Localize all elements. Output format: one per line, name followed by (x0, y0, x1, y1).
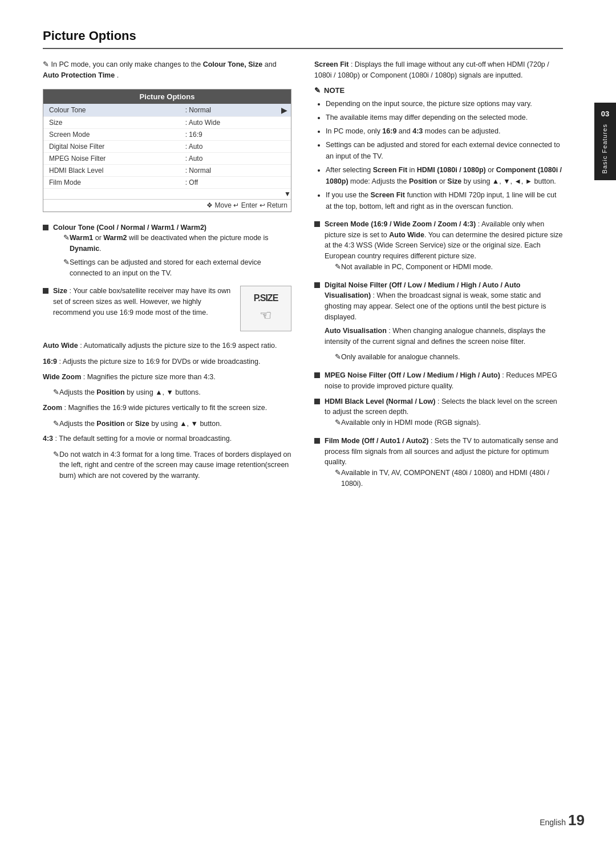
nav-text: ❖ Move ↵ Enter ↩ Return (43, 199, 291, 211)
side-tab-text: Basic Features (601, 124, 609, 173)
table-row: Digital Noise Filter: Auto (43, 140, 291, 152)
two-column-layout: ✎ In PC mode, you can only make changes … (43, 59, 563, 823)
note-list-item: The available items may differ depending… (326, 112, 563, 123)
dnf-sub-text: Only available for analogue channels. (341, 352, 460, 363)
bullet-square-dnf (314, 282, 320, 288)
note-list-item: In PC mode, only 16:9 and 4:3 modes can … (326, 125, 563, 137)
zoom-sub-text: Adjusts the Position or Size by using ▲,… (59, 419, 222, 429)
pencil-icon-5: ✎ (53, 449, 59, 460)
pencil-icon-3: ✎ (53, 387, 59, 398)
dnf-content: Digital Noise Filter (Off / Low / Medium… (325, 280, 563, 366)
169-text: 16:9 : Adjusts the picture size to 16:9 … (43, 356, 291, 367)
table-row: Colour Tone: Normal▶ (43, 104, 291, 117)
option-label: Digital Noise Filter (43, 140, 180, 152)
auto-wide-text: Auto Wide : Automatically adjusts the pi… (43, 340, 291, 351)
wide-zoom-sub-text: Adjusts the Position by using ▲, ▼ butto… (59, 387, 201, 398)
wide-zoom-sub: ✎ Adjusts the Position by using ▲, ▼ but… (53, 387, 291, 398)
43-text: 4:3 : The default setting for a movie or… (43, 433, 291, 444)
film-mode-title: Film Mode (Off / Auto1 / Auto2) (325, 437, 428, 445)
main-content: Picture Options ✎ In PC mode, you can on… (0, 0, 594, 852)
43-sub: ✎ Do not watch in 4:3 format for a long … (53, 449, 291, 481)
colour-tone-sub1-text: Warm1 or Warm2 will be deactivated when … (70, 233, 291, 254)
dnf-extra-label: Auto Visualisation (325, 327, 387, 335)
wide-zoom-label: Wide Zoom (43, 373, 81, 381)
option-value: : Auto (180, 140, 264, 152)
down-arrow-icon: ▼ (43, 188, 291, 199)
note-list-item: After selecting Screen Fit in HDMI (1080… (326, 164, 563, 187)
option-label: Screen Mode (43, 128, 180, 140)
film-mode-bullet: Film Mode (Off / Auto1 / Auto2) : Sets t… (314, 436, 563, 492)
film-mode-sub: ✎ Available in TV, AV, COMPONENT (480i /… (335, 468, 563, 489)
option-value: : Auto Wide (180, 116, 264, 128)
option-value: : Normal (180, 104, 264, 117)
intro-paragraph: ✎ In PC mode, you can only make changes … (43, 59, 291, 81)
screen-mode-content: Screen Mode (16:9 / Wide Zoom / Zoom / 4… (325, 219, 563, 275)
table-row: Film Mode: Off (43, 176, 291, 188)
size-bullet: P.SIZE ☜ Size : Your cable box/satellite… (43, 286, 291, 336)
note-list-item: Settings can be adjusted and stored for … (326, 139, 563, 162)
intro-text3: . (117, 71, 119, 79)
table-down-arrow-row: ▼ (43, 188, 291, 199)
option-label: Colour Tone (43, 104, 180, 117)
option-label: HDMI Black Level (43, 164, 180, 176)
side-tab: 03 Basic Features (594, 103, 616, 180)
colour-tone-title: Colour Tone (Cool / Normal / Warm1 / War… (53, 224, 206, 232)
option-label: Size (43, 116, 180, 128)
mpeg-content: MPEG Noise Filter (Off / Low / Medium / … (325, 370, 563, 392)
pencil-icon-2: ✎ (63, 257, 70, 268)
169-desc: : Adjusts the picture size to 16:9 for D… (59, 358, 261, 366)
right-column: Screen Fit : Displays the full image wit… (314, 59, 563, 823)
pencil-intro-icon: ✎ (43, 60, 51, 68)
pencil-icon-6: ✎ (335, 262, 341, 273)
colour-tone-sub2: ✎ Settings can be adjusted and stored fo… (63, 257, 291, 279)
hdmi-black-content: HDMI Black Level (Normal / Low) : Select… (325, 396, 563, 431)
intro-text2: and (265, 60, 277, 68)
auto-wide-label: Auto Wide (43, 342, 78, 350)
screen-mode-bullet: Screen Mode (16:9 / Wide Zoom / Zoom / 4… (314, 219, 563, 275)
colour-tone-content: Colour Tone (Cool / Normal / Warm1 / War… (53, 222, 291, 282)
options-table: Colour Tone: Normal▶Size: Auto WideScree… (43, 104, 291, 212)
hdmi-black-title: HDMI Black Level (Normal / Low) (325, 397, 435, 405)
169-label: 16:9 (43, 358, 57, 366)
table-row: MPEG Noise Filter: Auto (43, 152, 291, 164)
option-value: : 16:9 (180, 128, 264, 140)
page-footer: English 19 (540, 812, 585, 829)
table-nav-row: ❖ Move ↵ Enter ↩ Return (43, 199, 291, 211)
note-box: ✎ NOTE Depending on the input source, th… (314, 86, 563, 212)
option-arrow (263, 164, 291, 176)
option-arrow (263, 140, 291, 152)
intro-text1: In PC mode, you can only make changes to… (51, 60, 202, 68)
mpeg-bullet: MPEG Noise Filter (Off / Low / Medium / … (314, 370, 563, 392)
colour-tone-bullet: Colour Tone (Cool / Normal / Warm1 / War… (43, 222, 291, 282)
note-list-item: Depending on the input source, the pictu… (326, 98, 563, 109)
bullet-square-film-mode (314, 438, 320, 444)
screen-mode-sub: ✎ Not available in PC, Component or HDMI… (335, 262, 563, 273)
auto-wide-desc: : Automatically adjusts the picture size… (80, 342, 277, 350)
wide-zoom-text: Wide Zoom : Magnifies the picture size m… (43, 372, 291, 383)
option-value: : Auto (180, 152, 264, 164)
size-text: : Your cable box/satellite receiver may … (53, 287, 230, 317)
film-mode-colon: : (431, 437, 435, 445)
footer-text: English (540, 818, 566, 827)
table-row: Screen Mode: 16:9 (43, 128, 291, 140)
bullet-square-hdmi-black (314, 399, 320, 404)
pencil-note-icon: ✎ (314, 86, 321, 95)
pencil-icon-4: ✎ (53, 419, 59, 429)
bullet-square-size (43, 288, 48, 294)
film-mode-sub-text: Available in TV, AV, COMPONENT (480i / 1… (341, 468, 563, 489)
picture-options-table-title: Picture Options (43, 90, 291, 104)
43-sub-text: Do not watch in 4:3 format for a long ti… (59, 449, 291, 481)
screen-fit-desc: : Displays the full image without any cu… (314, 60, 549, 79)
zoom-desc: : Magnifies the 16:9 wide pictures verti… (64, 404, 268, 412)
option-label: Film Mode (43, 176, 180, 188)
option-arrow (263, 128, 291, 140)
pencil-icon-8: ✎ (335, 417, 341, 428)
option-label: MPEG Noise Filter (43, 152, 180, 164)
pencil-icon-9: ✎ (335, 468, 341, 478)
note-list-item: If you use the Screen Fit function with … (326, 189, 563, 212)
hdmi-black-colon: : (437, 397, 441, 405)
dnf-bullet: Digital Noise Filter (Off / Low / Medium… (314, 280, 563, 366)
option-value: : Off (180, 176, 264, 188)
note-title-text: NOTE (324, 86, 345, 95)
colour-tone-sub2-text: Settings can be adjusted and stored for … (70, 257, 291, 279)
